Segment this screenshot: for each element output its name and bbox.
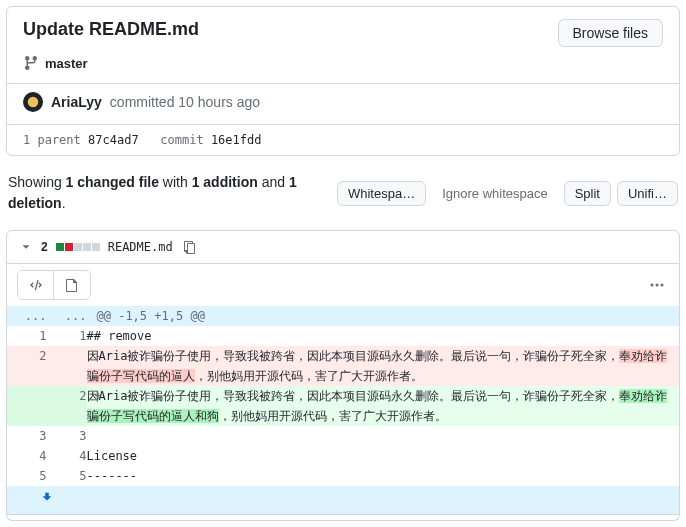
svg-point-1	[651, 284, 654, 287]
avatar[interactable]	[23, 92, 43, 112]
commit-header: Update README.md Browse files	[7, 7, 679, 55]
svg-point-3	[661, 284, 664, 287]
chevron-down-icon[interactable]	[19, 240, 33, 254]
ignore-whitespace-button[interactable]: Ignore whitespace	[432, 181, 558, 206]
author-row: AriaLyy committed 10 hours ago	[7, 83, 679, 124]
browse-files-button[interactable]: Browse files	[558, 19, 663, 47]
hunk-header: @@ -1,5 +1,5 @@	[87, 306, 680, 326]
code-view-tab[interactable]	[18, 271, 54, 299]
diff-line-addition: 2 +因Aria被诈骗份子使用，导致我被跨省，因此本项目源码永久删除。最后说一句…	[7, 386, 680, 426]
parent-sha[interactable]: 87c4ad7	[88, 133, 139, 147]
preview-tab[interactable]	[54, 271, 90, 299]
diff-line: 33	[7, 426, 680, 446]
diff-line: 44 License	[7, 446, 680, 466]
changes-bar: Showing 1 changed file with 1 addition a…	[0, 172, 686, 230]
diff-file-header: 2 README.md	[6, 230, 680, 264]
branch-row: master	[7, 55, 679, 83]
expand-down-icon	[40, 490, 54, 504]
svg-point-2	[656, 284, 659, 287]
commit-meta: 1 parent 87c4ad7 commit 16e1fdd	[7, 124, 679, 155]
branch-name[interactable]: master	[45, 56, 88, 71]
diff-toolbar: Whitespa… Ignore whitespace Split Unifi…	[337, 181, 678, 206]
split-view-button[interactable]: Split	[564, 181, 611, 206]
file-name[interactable]: README.md	[108, 240, 173, 254]
author-name[interactable]: AriaLyy	[51, 94, 102, 110]
view-tabs	[6, 264, 680, 306]
diff-table: ...... @@ -1,5 +1,5 @@ 11 ## remove 2 -因…	[6, 306, 680, 515]
expand-down[interactable]	[7, 486, 680, 515]
view-tab-group	[17, 270, 91, 300]
diff-line: 11 ## remove	[7, 326, 680, 346]
diff-line-deletion: 2 -因Aria被诈骗份子使用，导致我被跨省，因此本项目源码永久删除。最后说一句…	[7, 346, 680, 386]
diff-file: 2 README.md ...... @@ -1,5 +1,5 @@ 11 ##…	[6, 230, 680, 521]
hunk-row: ...... @@ -1,5 +1,5 @@	[7, 306, 680, 326]
diffstat-count: 2	[41, 240, 48, 254]
commit-sha: 16e1fdd	[211, 133, 262, 147]
unified-view-button[interactable]: Unifi…	[617, 181, 678, 206]
branch-icon	[23, 55, 39, 71]
diff-line: 55 -------	[7, 466, 680, 486]
diffstat-blocks	[56, 243, 100, 251]
avatar-icon	[27, 96, 39, 108]
kebab-menu[interactable]	[645, 273, 669, 297]
whitespace-button[interactable]: Whitespa…	[337, 181, 426, 206]
copy-icon[interactable]	[181, 239, 197, 255]
commit-time: committed 10 hours ago	[110, 94, 260, 110]
svg-point-0	[28, 97, 39, 108]
changes-summary: Showing 1 changed file with 1 addition a…	[8, 172, 325, 214]
commit-box: Update README.md Browse files master Ari…	[6, 6, 680, 156]
commit-title: Update README.md	[23, 19, 199, 40]
